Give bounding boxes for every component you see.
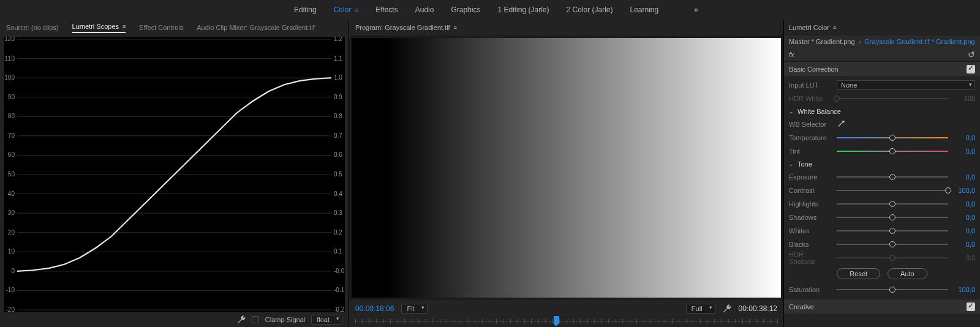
svg-text:120: 120 (4, 37, 15, 42)
blacks-value[interactable]: 0,0 (953, 241, 975, 248)
overflow-icon[interactable]: » (694, 6, 698, 14)
timecode-duration: 00:00:38:12 (739, 304, 777, 313)
tab-custom-1[interactable]: 1 Editing (Jarle) (497, 6, 549, 14)
timecode-current[interactable]: 00:00:18:06 (355, 304, 394, 313)
svg-text:0.9: 0.9 (334, 94, 342, 100)
saturation-slider[interactable] (837, 285, 948, 294)
svg-text:20: 20 (8, 229, 15, 236)
menu-icon[interactable]: ≡ (355, 7, 358, 13)
source-panel: Source: (no clips) Lumetri Scopes≡ Effec… (0, 20, 349, 327)
svg-text:80: 80 (8, 113, 15, 119)
saturation-value[interactable]: 100,0 (953, 286, 975, 293)
hdr-white-label: HDR White (789, 95, 832, 102)
tint-label: Tint (789, 148, 832, 155)
highlights-value[interactable]: 0,0 (953, 200, 975, 208)
whites-label: Whites (789, 227, 832, 235)
lumetri-waveform-scope: 1201.21101.11001.0900.9800.8700.7600.650… (4, 37, 345, 312)
svg-text:0.3: 0.3 (334, 209, 342, 216)
shadows-value[interactable]: 0,0 (953, 214, 975, 221)
fx-badge[interactable]: fx (789, 51, 794, 58)
saturation-label: Saturation (789, 286, 832, 293)
svg-text:-0.1: -0.1 (334, 287, 345, 293)
svg-text:0.5: 0.5 (334, 171, 342, 178)
subtab-lumetri-scopes[interactable]: Lumetri Scopes≡ (72, 23, 126, 33)
svg-text:100: 100 (4, 74, 15, 81)
zoom-select[interactable]: Fit (401, 304, 427, 314)
video-frame (352, 38, 781, 298)
blacks-slider[interactable] (837, 240, 948, 249)
svg-text:110: 110 (4, 55, 15, 62)
resolution-select[interactable]: Full (686, 304, 715, 314)
svg-text:30: 30 (8, 209, 15, 216)
wrench-icon[interactable] (237, 315, 246, 324)
hdr-specular-label: HDR Specular (789, 250, 832, 265)
program-monitor: Program: Grayscale Gradient.tif ≡ 00:00:… (349, 20, 784, 327)
exposure-label: Exposure (789, 173, 832, 181)
mini-timeline[interactable] (355, 316, 777, 327)
tab-learning[interactable]: Learning (630, 6, 659, 14)
tab-custom-2[interactable]: 2 Color (Jarle) (566, 6, 612, 14)
input-lut-select[interactable]: None (837, 80, 975, 90)
tint-value[interactable]: 0,0 (953, 148, 975, 155)
subtab-audio-mixer[interactable]: Audio Clip Mixer: Grayscale Gradient.tif (197, 24, 315, 31)
sequence-clip-link[interactable]: Grayscale Gradient.tif * Gradient.png (864, 38, 974, 45)
whites-value[interactable]: 0,0 (953, 227, 975, 235)
bitdepth-select[interactable]: float (311, 315, 342, 325)
menu-icon[interactable]: ≡ (123, 23, 126, 29)
temperature-value[interactable]: 0,0 (953, 134, 975, 141)
whites-slider[interactable] (837, 227, 948, 235)
tab-color[interactable]: Color≡ (334, 6, 359, 14)
contrast-label: Contrast (789, 187, 832, 194)
section-basic-correction[interactable]: Basic Correction (784, 61, 980, 76)
tab-effects[interactable]: Effects (375, 6, 398, 14)
section-toggle-checkbox[interactable] (967, 65, 975, 73)
wrench-icon[interactable] (723, 304, 731, 313)
section-toggle-checkbox[interactable] (967, 303, 975, 311)
svg-text:-0.0: -0.0 (334, 268, 345, 274)
shadows-label: Shadows (789, 214, 832, 221)
lumetri-color-panel: Lumetri Color ≡ Master * Gradient.png › … (784, 20, 980, 327)
white-balance-header[interactable]: ⌄White Balance (789, 105, 975, 118)
subtab-source[interactable]: Source: (no clips) (6, 24, 59, 31)
panel-title: Lumetri Color (789, 24, 829, 31)
tab-audio[interactable]: Audio (415, 6, 434, 14)
menu-icon[interactable]: ≡ (833, 24, 836, 31)
tone-header[interactable]: ⌄Tone (789, 158, 975, 170)
menu-icon[interactable]: ≡ (454, 24, 457, 31)
svg-text:0.1: 0.1 (334, 248, 342, 255)
playhead[interactable] (554, 316, 559, 323)
shadows-slider[interactable] (837, 213, 948, 222)
contrast-value[interactable]: 100,0 (953, 187, 975, 194)
highlights-slider[interactable] (837, 200, 948, 208)
svg-text:0: 0 (11, 268, 15, 274)
subtab-effect-controls[interactable]: Effect Controls (139, 24, 183, 31)
svg-text:10: 10 (8, 248, 15, 255)
svg-text:0.7: 0.7 (334, 132, 342, 139)
program-title: Program: Grayscale Gradient.tif (355, 24, 450, 31)
clamp-signal-checkbox[interactable] (252, 316, 259, 323)
hdr-specular-slider (837, 254, 948, 262)
exposure-slider[interactable] (837, 173, 948, 181)
tab-graphics[interactable]: Graphics (451, 6, 480, 14)
svg-text:-10: -10 (6, 287, 15, 293)
master-clip-label[interactable]: Master * Gradient.png (789, 38, 855, 45)
reset-effect-icon[interactable]: ↺ (968, 50, 975, 59)
contrast-slider[interactable] (837, 186, 948, 195)
wb-selector-label: WB Selector (789, 121, 832, 128)
auto-button[interactable]: Auto (888, 268, 927, 279)
clamp-signal-label: Clamp Signal (265, 316, 305, 323)
tab-editing[interactable]: Editing (294, 6, 317, 14)
workspace-tab-bar: Editing Color≡ Effects Audio Graphics 1 … (0, 0, 980, 20)
eyedropper-icon[interactable] (837, 120, 845, 129)
svg-text:-20: -20 (6, 306, 15, 312)
svg-text:1.1: 1.1 (334, 55, 342, 62)
exposure-value[interactable]: 0,0 (953, 173, 975, 181)
svg-text:0.8: 0.8 (334, 113, 342, 119)
reset-button[interactable]: Reset (837, 268, 880, 279)
svg-text:-0.2: -0.2 (334, 306, 345, 312)
section-creative[interactable]: Creative (784, 299, 980, 314)
program-viewport[interactable] (349, 36, 783, 300)
tint-slider[interactable] (837, 147, 948, 156)
temperature-slider[interactable] (837, 133, 948, 142)
blacks-label: Blacks (789, 241, 832, 248)
